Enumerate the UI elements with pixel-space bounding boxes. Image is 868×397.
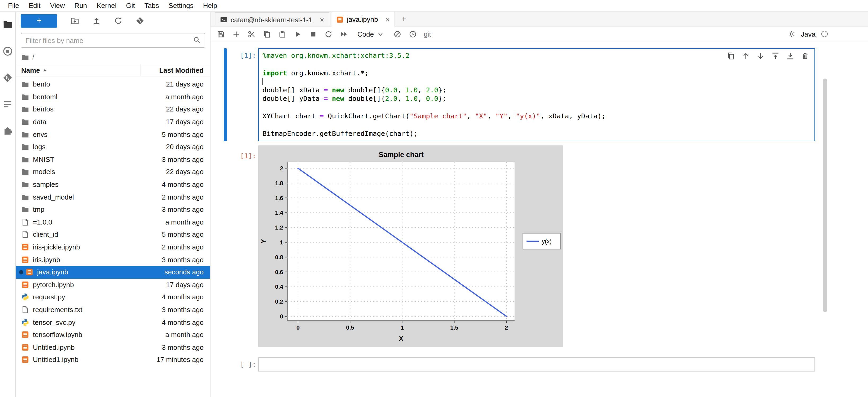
- kernel-name[interactable]: Java: [801, 30, 815, 38]
- move-up-icon: [742, 52, 750, 60]
- duplicate-button[interactable]: [727, 52, 735, 60]
- run-all-button[interactable]: [339, 28, 348, 40]
- file-row-tmp[interactable]: tmp3 months ago: [16, 203, 210, 216]
- tab-java.ipynb[interactable]: java.ipynb×: [331, 12, 395, 27]
- close-icon[interactable]: ×: [385, 16, 390, 23]
- add-tab-button[interactable]: +: [397, 12, 410, 26]
- empty-cell-editor[interactable]: [258, 357, 815, 371]
- file-row-samples[interactable]: samples4 months ago: [16, 178, 210, 191]
- menu-item-tabs[interactable]: Tabs: [140, 0, 164, 11]
- file-name: iris-pickle.ipynb: [33, 243, 141, 251]
- paste-button[interactable]: [278, 28, 286, 40]
- last-modified: 17 days ago: [141, 118, 210, 126]
- restart-button[interactable]: [324, 28, 333, 40]
- close-icon[interactable]: ×: [320, 16, 324, 23]
- sidebar-item-file-browser[interactable]: [3, 19, 13, 29]
- cell-collapser[interactable]: [224, 48, 227, 141]
- delete-button[interactable]: [801, 52, 809, 60]
- cut-button[interactable]: [247, 28, 255, 40]
- last-modified: 20 days ago: [141, 143, 210, 151]
- file-row-request.py[interactable]: request.py4 months ago: [16, 291, 210, 303]
- file-row-client_id[interactable]: client_id5 months ago: [16, 228, 210, 241]
- file-row-iris.ipynb[interactable]: iris.ipynb3 months ago: [16, 253, 210, 266]
- insert-cell-button[interactable]: [232, 28, 240, 40]
- menu-item-help[interactable]: Help: [198, 0, 222, 11]
- empty-cell-collapser[interactable]: [224, 357, 227, 371]
- file-row-models[interactable]: models22 days ago: [16, 166, 210, 178]
- file-name: requirements.txt: [33, 306, 141, 314]
- file-row-bentoml[interactable]: bentomla month ago: [16, 90, 210, 103]
- save-button[interactable]: [216, 28, 225, 40]
- refresh-button[interactable]: [114, 17, 123, 25]
- new-folder-button[interactable]: [70, 17, 79, 25]
- filter-files-input[interactable]: [21, 33, 205, 48]
- sidebar-item-extensions[interactable]: [3, 126, 13, 136]
- file-row-requirements.txt[interactable]: requirements.txt3 months ago: [16, 303, 210, 316]
- file-row-java.ipynb[interactable]: java.ipynbseconds ago: [16, 266, 210, 278]
- file-row-tensorflow.ipynb[interactable]: tensorflow.ipynba month ago: [16, 329, 210, 341]
- copy-button[interactable]: [262, 28, 271, 40]
- input-prompt: [1]:: [227, 48, 256, 141]
- new-launcher-button[interactable]: +: [21, 14, 57, 27]
- notebook-icon: [21, 343, 29, 351]
- name-column-header[interactable]: Name: [16, 64, 141, 76]
- run-button[interactable]: [293, 28, 302, 40]
- file-row-pytorch.ipynb[interactable]: pytorch.ipynb17 days ago: [16, 278, 210, 291]
- menu-item-kernel[interactable]: Kernel: [92, 0, 121, 11]
- menu-item-view[interactable]: View: [45, 0, 70, 11]
- file-row-=1.0.0[interactable]: =1.0.0a month ago: [16, 216, 210, 228]
- cut-icon: [247, 30, 255, 38]
- menu-item-git[interactable]: Git: [121, 0, 140, 11]
- file-name: =1.0.0: [33, 218, 141, 226]
- file-row-Untitled1.ipynb[interactable]: Untitled1.ipynb17 minutes ago: [16, 353, 210, 366]
- last-modified-column-header[interactable]: Last Modified: [141, 66, 210, 74]
- insert-below-button[interactable]: [786, 52, 794, 60]
- notebook-icon: [21, 281, 29, 289]
- git-clone-button[interactable]: [136, 17, 144, 25]
- notebook-icon: [21, 256, 29, 263]
- menu-item-settings[interactable]: Settings: [164, 0, 198, 11]
- stop-button[interactable]: [309, 28, 317, 40]
- upload-button[interactable]: [92, 17, 101, 25]
- file-row-MNIST[interactable]: MNIST3 months ago: [16, 153, 210, 166]
- sidebar-item-git[interactable]: [3, 73, 13, 83]
- menu-item-file[interactable]: File: [3, 0, 24, 11]
- delete-icon: [801, 52, 809, 60]
- file-row-data[interactable]: data17 days ago: [16, 116, 210, 128]
- insert-above-button[interactable]: [772, 52, 779, 60]
- notebook-scrollbar[interactable]: [823, 75, 827, 395]
- menu-item-run[interactable]: Run: [70, 0, 92, 11]
- empty-cell: [ ]:: [211, 357, 868, 371]
- svg-text:y(x): y(x): [542, 238, 552, 245]
- output-collapser[interactable]: [224, 145, 227, 349]
- move-up-button[interactable]: [742, 52, 750, 60]
- file-row-saved_model[interactable]: saved_model2 months ago: [16, 191, 210, 203]
- scrollbar-thumb[interactable]: [823, 79, 827, 312]
- diff-button[interactable]: [393, 28, 401, 40]
- file-name: Untitled.ipynb: [33, 343, 141, 351]
- code-editor[interactable]: %maven org.knowm.xchart:xchart:3.5.2​imp…: [258, 48, 815, 141]
- svg-text:Sample chart: Sample chart: [379, 151, 424, 159]
- breadcrumb[interactable]: /: [16, 50, 210, 64]
- file-row-iris-pickle.ipynb[interactable]: iris-pickle.ipynb2 months ago: [16, 241, 210, 253]
- tab-catan@nb-sklearn-test-1-1[interactable]: catan@nb-sklearn-test-1-1×: [215, 12, 330, 27]
- breadcrumb-root[interactable]: /: [32, 53, 34, 61]
- output-cell: [1]: 00.20.40.60.811.21.41.61.8200.511.5…: [211, 145, 868, 349]
- svg-text:0: 0: [280, 313, 283, 320]
- file-name: samples: [33, 180, 141, 189]
- folder-icon: [21, 205, 29, 214]
- sidebar-item-table-of-contents[interactable]: [3, 99, 13, 110]
- terminal-icon: [220, 16, 227, 23]
- file-row-bento[interactable]: bento21 days ago: [16, 78, 210, 90]
- history-button[interactable]: [408, 28, 417, 40]
- file-row-tensor_svc.py[interactable]: tensor_svc.py4 months ago: [16, 316, 210, 329]
- file-row-envs[interactable]: envs5 months ago: [16, 128, 210, 141]
- gear-icon[interactable]: [788, 30, 795, 38]
- file-row-logs[interactable]: logs20 days ago: [16, 141, 210, 153]
- cell-type-dropdown[interactable]: Code: [358, 30, 383, 38]
- file-row-bentos[interactable]: bentos22 days ago: [16, 103, 210, 115]
- file-row-Untitled.ipynb[interactable]: Untitled.ipynb3 months ago: [16, 341, 210, 353]
- sidebar-item-running-sessions[interactable]: [3, 46, 13, 56]
- move-down-button[interactable]: [757, 52, 765, 60]
- menu-item-edit[interactable]: Edit: [24, 0, 45, 11]
